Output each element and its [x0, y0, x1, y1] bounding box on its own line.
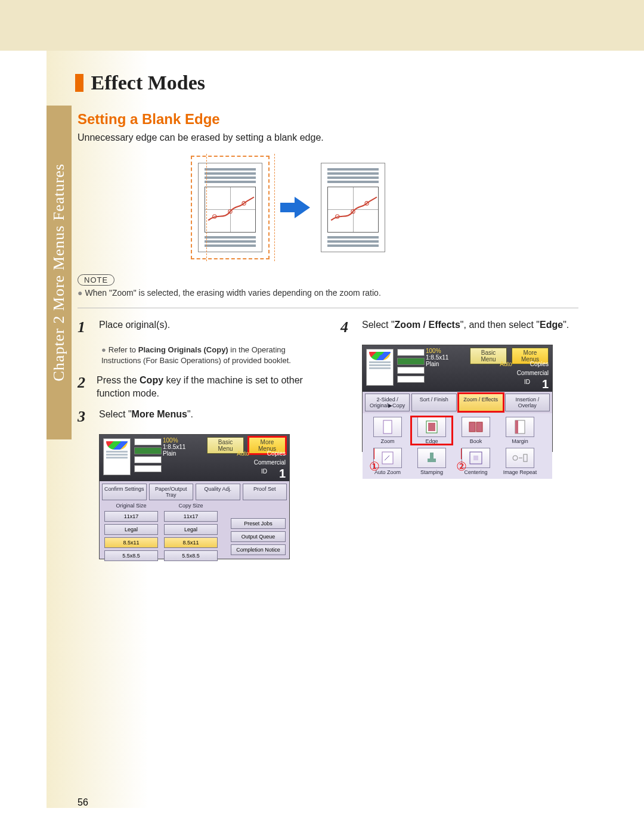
paper-label: 100% 1:8.5x11 Plain [163, 437, 185, 457]
copies-count: 1 [279, 467, 286, 481]
step2-bold: Copy [140, 375, 163, 385]
step4-b: ". [563, 320, 569, 330]
completion-notice-button[interactable]: Completion Notice [231, 544, 286, 555]
size-button[interactable]: 5.5x8.5 [104, 550, 158, 561]
subnote-strong: Placing Originals (Copy) [138, 345, 228, 354]
step-number: 3 [78, 408, 91, 426]
zoom-button[interactable] [373, 417, 402, 437]
svg-rect-8 [428, 423, 435, 431]
commercial-label: Commercial [517, 370, 549, 376]
step-3: 3 Select "More Menus". [78, 408, 319, 426]
note-badge: NOTE [78, 274, 114, 286]
book-button[interactable] [462, 417, 490, 437]
step4-a: Select " [362, 320, 395, 330]
step3-b: ". [187, 409, 193, 419]
svg-rect-6 [383, 420, 392, 433]
tab-insertion-overlay[interactable]: Insertion / Overlay [505, 394, 550, 411]
page-icon [382, 420, 394, 434]
arrow-right-icon [280, 196, 310, 219]
step-number: 4 [340, 318, 354, 336]
step-4: 4 Select "Zoom / Effects", and then sele… [340, 318, 582, 336]
chapter-tab-label: Chapter 2 More Menus Features [50, 163, 68, 381]
blank-edge-diagram [191, 152, 417, 262]
step3-a: Select " [99, 409, 132, 419]
zoom-value: 100% [426, 348, 441, 354]
step4-mid: ", and then select " [460, 320, 540, 330]
step2-a: Press the [97, 375, 140, 385]
page-title: Effect Modes [91, 72, 205, 94]
copy-size-label: Copy Size [164, 503, 218, 509]
callout-line [374, 448, 374, 459]
size-button-selected[interactable]: 8.5x11 [164, 537, 218, 548]
copies-count: 1 [542, 377, 549, 391]
after-doc [321, 163, 385, 252]
auto-label: Auto [237, 450, 249, 457]
book-label: Book [470, 438, 482, 444]
id-label: ID [261, 468, 267, 481]
step3-bold: More Menus [132, 409, 187, 419]
svg-rect-12 [515, 420, 518, 433]
size-button[interactable]: 11x17 [164, 511, 218, 522]
tab-zoom-effects[interactable]: Zoom / Effects [459, 394, 503, 411]
edge-button[interactable] [417, 417, 446, 437]
size-button[interactable]: 5.5x8.5 [164, 550, 218, 561]
step-number: 2 [78, 374, 88, 392]
right-column: 4 Select "Zoom / Effects", and then sele… [340, 318, 582, 559]
tab-2sided[interactable]: 2-Sided / Original▶Copy [365, 394, 410, 411]
step-text: Press the Copy key if the machine is set… [97, 374, 319, 400]
step-1-subnote: ●Refer to Placing Originals (Copy) in th… [101, 345, 319, 366]
step-number: 1 [78, 318, 91, 336]
book-icon [468, 421, 484, 433]
paper-type: Plain [426, 361, 439, 367]
margin-icon [514, 420, 526, 434]
page-number: 56 [78, 797, 88, 808]
proof-set-button[interactable]: Proof Set [243, 484, 287, 500]
intro-text: Unnecessary edge can be erased by settin… [78, 132, 324, 143]
column-icons [397, 349, 425, 388]
edge-icon [425, 420, 438, 434]
zoom-label: Zoom [380, 438, 394, 444]
original-size-label: Original Size [104, 503, 158, 509]
step-text: Select "More Menus". [99, 408, 193, 421]
size-button[interactable]: 11x17 [104, 511, 158, 522]
commercial-label: Commercial [254, 459, 286, 466]
confirm-settings-button[interactable]: Confirm Settings [102, 484, 147, 500]
preset-jobs-button[interactable]: Preset Jobs [231, 518, 286, 529]
margin-label: Margin [512, 438, 528, 444]
paper-label: 100% 1:8.5x11 Plain [426, 348, 448, 367]
size-button[interactable]: Legal [164, 524, 218, 535]
svg-rect-10 [476, 422, 482, 432]
quality-adj-button[interactable]: Quality Adj. [196, 484, 240, 500]
step-text: Place original(s). [99, 318, 170, 332]
before-doc [198, 163, 262, 252]
tab-sort-finish[interactable]: Sort / Finish [411, 394, 456, 411]
callouts: ① ② [362, 452, 582, 476]
section-subheading: Setting a Blank Edge [78, 111, 220, 128]
thumb-icon [103, 438, 131, 475]
output-queue-button[interactable]: Output Queue [231, 531, 286, 542]
step-1: 1 Place original(s). [78, 318, 319, 336]
screenshot-more-menus: 100% 1:8.5x11 Plain Basic Menu More Menu… [99, 434, 290, 559]
paper-output-tray-button[interactable]: Paper/Output Tray [149, 484, 194, 500]
step4-bold2: Edge [540, 320, 563, 330]
note-line: When "Zoom" is selected, the erasing wid… [85, 288, 380, 298]
edge-label: Edge [425, 438, 438, 444]
screenshot-zoom-effects: 100% 1:8.5x11 Plain Basic Menu More Menu… [362, 345, 553, 452]
step-text: Select "Zoom / Effects", and then select… [362, 318, 569, 332]
thumb-icon [366, 349, 394, 386]
size-button[interactable]: Legal [104, 524, 158, 535]
margin-button[interactable] [506, 417, 534, 437]
divider [78, 308, 578, 308]
callout-line [461, 448, 462, 459]
svg-rect-9 [469, 422, 475, 432]
chapter-tab: Chapter 2 More Menus Features [47, 106, 72, 439]
before-doc-dashed [191, 156, 270, 259]
copies-label: Copies [267, 450, 286, 457]
copies-label: Copies [530, 361, 549, 367]
guide-dash-icon [274, 154, 275, 261]
paper-type: Plain [163, 450, 176, 457]
paper-size: 1:8.5x11 [163, 444, 185, 450]
size-button-selected[interactable]: 8.5x11 [104, 537, 158, 548]
paper-size: 1:8.5x11 [426, 354, 448, 361]
top-band [0, 0, 644, 51]
